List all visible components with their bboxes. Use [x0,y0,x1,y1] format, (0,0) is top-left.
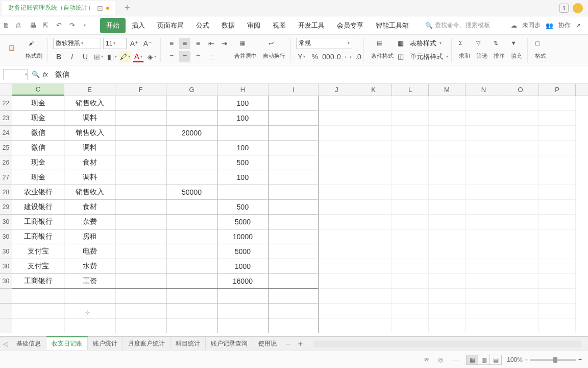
row-header[interactable]: 29 [0,200,12,215]
cell[interactable] [392,318,429,333]
cell[interactable] [502,318,539,333]
row-header[interactable]: 22 [0,96,12,111]
cell[interactable] [166,318,217,333]
number-format-combo[interactable]: 常规▾ [296,38,352,49]
cell[interactable] [502,111,539,126]
cell[interactable]: 100 [217,96,268,111]
select-all-corner[interactable] [0,84,12,96]
cell[interactable] [355,111,392,126]
print-preview-icon[interactable]: ⎙ [16,21,24,30]
cell[interactable] [355,259,392,274]
align-center-icon[interactable]: ≡ [179,51,190,62]
cell[interactable] [502,126,539,141]
collab-label[interactable]: 协作 [558,21,571,30]
notification-badge[interactable]: 1 [559,4,569,13]
menu-公式[interactable]: 公式 [190,18,215,33]
cell[interactable] [539,111,576,126]
row-header[interactable]: 24 [0,126,12,141]
zoom-find-icon[interactable]: 🔍 [32,71,40,78]
decrease-indent-icon[interactable]: ⇤ [206,38,217,49]
cell[interactable]: 500 [217,200,268,215]
cell[interactable]: 现金 [12,170,64,185]
cell[interactable] [268,111,318,126]
cell[interactable] [217,185,268,200]
cell[interactable] [268,185,318,200]
normal-view-button[interactable]: ▦ [466,355,478,365]
tab-pin-icon[interactable]: ⊡ [97,4,103,12]
cell[interactable] [355,96,392,111]
cell[interactable] [392,185,429,200]
cell[interactable] [429,274,465,289]
cell[interactable] [539,229,576,244]
cell[interactable] [355,200,392,215]
cell[interactable] [12,304,64,318]
sheet-tab-4[interactable]: 科目统计 [170,337,206,350]
cell[interactable] [166,259,217,274]
cell[interactable] [539,96,576,111]
cell[interactable] [268,96,318,111]
cell[interactable] [355,215,392,229]
currency-icon[interactable]: ¥▾ [296,51,307,62]
col-header-G[interactable]: G [166,84,217,96]
cell[interactable] [465,185,502,200]
cell[interactable] [115,111,166,126]
align-right-icon[interactable]: ≡ [192,51,204,62]
cell[interactable] [268,170,318,185]
cell[interactable] [539,155,576,170]
cell[interactable] [502,244,539,259]
menu-插入[interactable]: 插入 [126,18,151,33]
increase-decimal-icon[interactable]: .0→ [336,51,347,62]
save-icon[interactable]: 🗎 [3,21,11,30]
spreadsheet-grid[interactable]: CEFGHIJKLMNOP 22现金销售收入10023现金调料10024微信销售… [0,84,588,333]
share-icon[interactable]: ↗ [576,22,581,29]
cell[interactable] [392,259,429,274]
sheet-tab-2[interactable]: 账户统计 [88,337,123,350]
cell[interactable] [318,185,355,200]
row-header[interactable]: 30 [0,259,12,274]
cell[interactable] [429,170,465,185]
cell[interactable] [318,318,355,333]
cell[interactable] [465,170,502,185]
menu-数据[interactable]: 数据 [215,18,241,33]
cell[interactable] [502,229,539,244]
document-tab[interactable]: 财务记账管理系统（自动统计） ⊡ [2,1,115,15]
align-left-icon[interactable]: ≡ [166,51,177,62]
cell[interactable] [355,141,392,155]
cell[interactable] [429,259,465,274]
cell[interactable] [429,200,465,215]
cell[interactable] [115,318,166,333]
cell[interactable]: 水费 [64,259,115,274]
cell[interactable] [392,274,429,289]
cell[interactable] [429,111,465,126]
cell[interactable] [465,215,502,229]
horizontal-scrollbar[interactable] [313,340,582,348]
cell[interactable]: 5000 [217,215,268,229]
cell[interactable] [539,274,576,289]
wrap-text-button[interactable]: ⮐自动换行 [261,39,287,61]
sync-status[interactable]: 未同步 [522,21,541,30]
page-break-button[interactable]: ▤ [489,355,502,365]
cell[interactable] [318,229,355,244]
cell[interactable] [429,318,465,333]
cell[interactable] [166,155,217,170]
font-size-combo[interactable]: 11▾ [103,38,127,49]
clear-format-button[interactable]: ◈▾ [146,51,157,62]
cell[interactable] [115,259,166,274]
col-header-K[interactable]: K [355,84,392,96]
cell[interactable]: 1000 [217,259,268,274]
row-header[interactable]: 25 [0,141,12,155]
sheet-tab-5[interactable]: 账户记录查询 [206,337,253,350]
menu-开发工具[interactable]: 开发工具 [292,18,331,33]
col-header-P[interactable]: P [539,84,576,96]
cell[interactable] [502,141,539,155]
highlight-button[interactable]: 🖍▾ [119,51,131,62]
row-header[interactable]: 26 [0,155,12,170]
cell[interactable] [166,170,217,185]
cell[interactable] [392,170,429,185]
cell[interactable]: 调料 [64,111,115,126]
table-style-button[interactable]: ▦ 表格样式▾ [398,39,448,48]
fill-button[interactable]: ▼填充 [509,39,524,61]
zoom-in-button[interactable]: + [578,356,582,363]
cell[interactable]: 工资 [64,274,115,289]
cell[interactable] [217,289,268,304]
